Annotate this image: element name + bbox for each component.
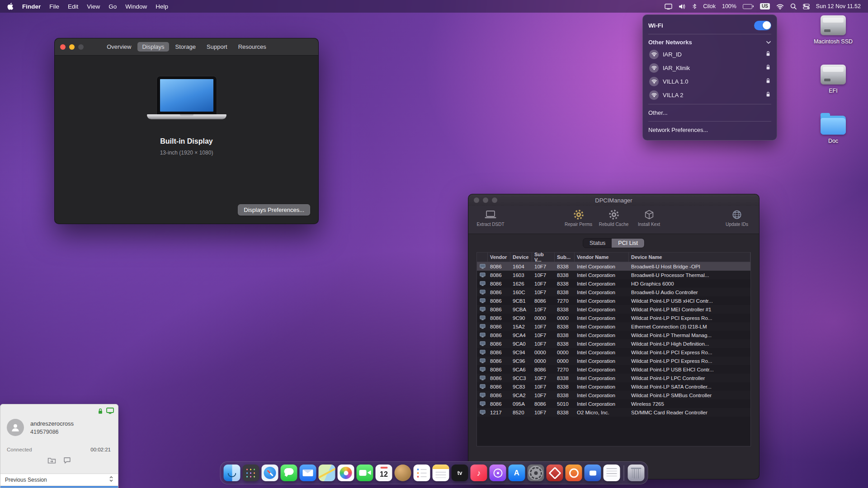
dock-item-launchpad[interactable] — [243, 465, 259, 481]
tab-resources[interactable]: Resources — [234, 42, 271, 52]
input-source-badge[interactable]: US — [760, 3, 770, 9]
dock-item-contacts[interactable] — [395, 465, 411, 481]
table-row[interactable]: 8086160310F78338Intel CorporationBroadwe… — [477, 271, 750, 279]
dock-item-calendar[interactable]: 12 — [376, 465, 392, 481]
table-row[interactable]: 8086160C10F78338Intel CorporationBroadwe… — [477, 288, 750, 296]
session-dropdown[interactable]: Previous Session — [0, 474, 118, 486]
table-row[interactable]: 80869C9400000000Intel CorporationWildcat… — [477, 348, 750, 357]
displays-preferences-button[interactable]: Displays Preferences... — [238, 204, 310, 216]
dock-item-notes[interactable] — [433, 465, 449, 481]
column-vendor[interactable]: Vendor — [488, 253, 510, 262]
column-device[interactable]: Device — [510, 253, 532, 262]
network-preferences-item[interactable]: Network Preferences... — [648, 124, 771, 136]
tab-storage[interactable]: Storage — [171, 42, 201, 52]
dock-item-podcasts[interactable] — [490, 465, 506, 481]
column-vendor-name[interactable]: Vendor Name — [575, 253, 629, 262]
cell-sub: 0000 — [555, 350, 575, 355]
wifi-icon[interactable] — [776, 4, 784, 9]
wifi-toggle[interactable] — [754, 21, 771, 30]
dock-item-photos[interactable] — [338, 465, 354, 481]
remote-screen-icon[interactable] — [106, 408, 114, 414]
dock-item-finder[interactable] — [224, 465, 241, 481]
spotlight-search-icon[interactable] — [790, 3, 797, 9]
toolbar-extract-dsdt-button[interactable]: Extract DSDT — [474, 208, 507, 227]
table-row[interactable]: 8086160410F78338Intel CorporationBroadwe… — [477, 262, 750, 271]
dock-item-textedit[interactable] — [604, 465, 620, 481]
dock-item-mail[interactable] — [300, 465, 316, 481]
dock-item-app[interactable] — [566, 465, 582, 481]
tab-displays[interactable]: Displays — [137, 42, 169, 52]
table-row[interactable]: 8086095A80865010Intel CorporationWireles… — [477, 399, 750, 408]
table-row[interactable]: 80869CA410F78338Intel CorporationWildcat… — [477, 331, 750, 339]
menu-go[interactable]: Go — [108, 3, 117, 10]
control-center-icon[interactable] — [803, 4, 810, 9]
dock-item-app[interactable] — [547, 465, 563, 481]
menu-file[interactable]: File — [49, 3, 59, 10]
table-row[interactable]: 80869C9000000000Intel CorporationWildcat… — [477, 314, 750, 322]
dock-item-app-store[interactable]: A — [509, 465, 525, 481]
menu-help[interactable]: Help — [156, 3, 168, 10]
menu-finder[interactable]: Finder — [22, 3, 41, 10]
battery-icon[interactable] — [743, 4, 754, 9]
bluetooth-icon[interactable] — [692, 3, 697, 9]
tab-overview[interactable]: Overview — [102, 42, 136, 52]
keyboard-layout-label[interactable]: Cilok — [703, 3, 716, 9]
desktop-icon-macintosh-ssd[interactable]: Macintosh SSD — [807, 15, 860, 45]
table-row[interactable]: 80869CA210F78338Intel CorporationWildcat… — [477, 391, 750, 399]
tab-support[interactable]: Support — [202, 42, 232, 52]
minimize-button[interactable] — [69, 44, 75, 50]
toolbar-install-kext-button[interactable]: Install Kext — [632, 208, 666, 227]
table-row[interactable]: 8086162610F78338Intel CorporationHD Grap… — [477, 279, 750, 288]
file-transfer-icon[interactable] — [47, 457, 56, 464]
close-button[interactable] — [474, 197, 479, 203]
close-button[interactable] — [60, 44, 66, 50]
tab-pci-list[interactable]: PCI List — [612, 239, 644, 248]
other-networks-section[interactable]: Other Networks — [648, 37, 771, 47]
table-row[interactable]: 80869CB180867270Intel CorporationWildcat… — [477, 296, 750, 305]
zoom-button[interactable] — [78, 44, 84, 50]
toolbar-update-ids-button[interactable]: Update IDs — [720, 208, 754, 227]
minimize-button[interactable] — [483, 197, 488, 203]
column-sub-v[interactable]: Sub V... — [532, 253, 555, 262]
column-sub[interactable]: Sub... — [555, 253, 575, 262]
dock-item-tv[interactable]: tv — [452, 465, 468, 481]
table-row[interactable]: 80869CC310F78338Intel CorporationWildcat… — [477, 374, 750, 382]
tab-status[interactable]: Status — [583, 239, 612, 248]
dock-item-facetime[interactable] — [357, 465, 373, 481]
table-row[interactable]: 80869CA010F78338Intel CorporationWildcat… — [477, 339, 750, 348]
volume-icon[interactable] — [679, 4, 686, 9]
dock-item-maps[interactable] — [319, 465, 335, 481]
dock-item-system-preferences[interactable] — [528, 465, 544, 481]
wifi-network-villa-2[interactable]: VILLA 2 — [648, 88, 771, 102]
toolbar-rebuild-cache-button[interactable]: Rebuild Cache — [597, 208, 631, 227]
table-row[interactable]: 80869C9600000000Intel CorporationWildcat… — [477, 357, 750, 365]
cell-device-name: Wildcat Point-LP Thermal Manag... — [629, 333, 750, 338]
table-row[interactable]: 80869C8310F78338Intel CorporationWildcat… — [477, 382, 750, 391]
wifi-network-villa-1-0[interactable]: VILLA 1.0 — [648, 75, 771, 88]
desktop-icon-doc[interactable]: Doc — [807, 114, 860, 144]
screen-mirroring-icon[interactable] — [665, 4, 672, 9]
wifi-network-iar-klinik[interactable]: IAR_Klinik — [648, 61, 771, 75]
dock-item-reminders[interactable] — [414, 465, 430, 481]
apple-menu-icon[interactable] — [7, 3, 14, 10]
wifi-network-iar-id[interactable]: IAR_ID — [648, 47, 771, 61]
dock-item-trash[interactable] — [628, 465, 645, 481]
column-device-name[interactable]: Device Name — [629, 253, 750, 262]
menu-bar-clock[interactable]: Sun 12 Nov 11.52 — [816, 3, 861, 9]
dock-item-safari[interactable] — [262, 465, 278, 481]
wifi-other-item[interactable]: Other... — [648, 107, 771, 119]
table-row[interactable]: 1217852010F78338O2 Micro, Inc.SD/MMC Car… — [477, 408, 750, 417]
chat-icon[interactable] — [63, 457, 71, 464]
menu-edit[interactable]: Edit — [68, 3, 78, 10]
table-row[interactable]: 80869CA680867270Intel CorporationWildcat… — [477, 365, 750, 374]
zoom-button[interactable] — [492, 197, 497, 203]
dock-item-music[interactable]: ♪ — [471, 465, 487, 481]
table-row[interactable]: 80869CBA10F78338Intel CorporationWildcat… — [477, 305, 750, 314]
desktop-icon-efi[interactable]: EFI — [807, 65, 860, 94]
toolbar-repair-perms-button[interactable]: Repair Perms — [562, 208, 595, 227]
menu-view[interactable]: View — [87, 3, 100, 10]
dock-item-app[interactable] — [585, 465, 601, 481]
table-row[interactable]: 808615A210F78338Intel CorporationEtherne… — [477, 322, 750, 331]
dock-item-messages[interactable] — [281, 465, 297, 481]
menu-window[interactable]: Window — [125, 3, 147, 10]
